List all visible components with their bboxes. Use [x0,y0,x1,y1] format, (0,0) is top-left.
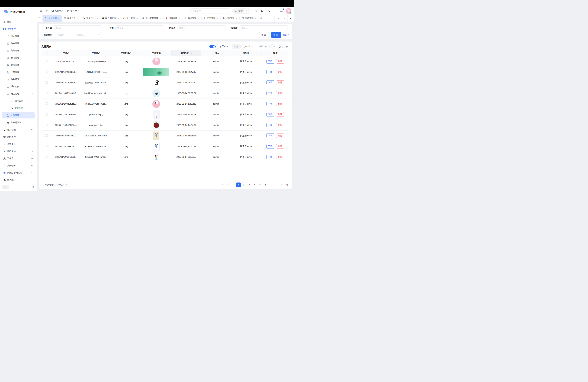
file-preview-image[interactable] [143,68,169,76]
global-search-button[interactable]: 搜索 ⌘ K [232,8,252,14]
sidebar-item[interactable]: 通知公告 [2,84,35,90]
column-header[interactable]: 服务商 [231,50,261,56]
brand-header[interactable]: Plus Admin [0,7,37,17]
refresh-page-button[interactable] [45,9,49,13]
file-preview-image[interactable] [153,131,159,140]
toggle-sidebar-button[interactable] [39,9,43,13]
tab[interactable]: 文件管理 × [43,15,62,21]
table-config-toggle[interactable] [210,45,216,48]
delete-button[interactable]: 删除 [276,59,284,64]
language-switch-button[interactable] [267,9,271,13]
sidebar-item[interactable]: 流程发起 [2,148,35,154]
download-button[interactable]: 下载 [266,59,274,64]
row-checkbox[interactable] [45,103,48,105]
delete-button[interactable]: 删除 [276,80,284,85]
tab[interactable]: 登录日志 × [81,15,100,21]
sidebar-item[interactable]: 租户管理 [2,127,35,133]
download-button[interactable]: 下载 [266,112,274,117]
filter-field-input[interactable] [177,25,226,31]
last-page-button[interactable]: »| [285,183,289,187]
pin-sidebar-button[interactable] [32,186,34,188]
filter-field-input[interactable] [239,25,288,31]
content-fullscreen-button[interactable] [288,15,294,21]
collapse-filter-link[interactable]: 收起 [283,34,289,36]
close-tab-icon[interactable]: × [160,17,161,20]
close-tab-icon[interactable]: × [77,17,79,20]
toolbar-button[interactable]: 删除 [232,44,241,49]
sidebar-item[interactable]: 客户端管理 [2,119,35,126]
sidebar-item[interactable]: 微信群 [2,177,35,183]
download-button[interactable]: 下载 [266,70,274,74]
column-header[interactable]: 文件原名 [81,50,111,56]
tab[interactable]: 租户套餐管理 × [140,15,163,21]
download-button[interactable]: 下载 [266,133,274,138]
notifications-button[interactable] [279,9,283,13]
file-preview-image[interactable] [153,142,160,151]
file-preview-image[interactable] [153,110,160,119]
sidebar-item[interactable]: 字典管理 [2,69,35,75]
tab[interactable]: 客户端管理 × [100,15,121,21]
toolbar-button[interactable]: 配置管理 [217,44,230,49]
column-settings-button[interactable] [284,44,289,49]
sort-icon[interactable] [190,53,192,55]
sidebar-item[interactable]: 系统工具 [2,141,35,147]
delete-button[interactable]: 删除 [276,91,284,95]
settings-gear-button[interactable] [254,9,258,13]
row-checkbox[interactable] [45,113,48,116]
sidebar-item[interactable]: 岗位管理 [2,62,35,68]
file-preview-image[interactable] [152,58,160,65]
file-preview-image[interactable]: 3 [152,78,160,87]
scroll-tabs-right-button[interactable] [274,15,281,21]
column-header[interactable]: 文件预览 [141,50,171,56]
tab[interactable]: 租户管理 × [121,15,140,21]
user-avatar[interactable] [286,8,291,14]
download-button[interactable]: 下载 [266,102,274,106]
page-size-select[interactable]: 10条/页 [56,182,69,187]
sidebar-item[interactable]: 概览 [2,19,35,25]
column-header[interactable]: 文件名 [51,50,81,56]
page-number-button[interactable]: 4 [252,183,257,187]
jump-forward-button[interactable]: » [279,183,284,187]
sidebar-item[interactable]: 角色管理 [2,40,35,46]
download-button[interactable]: 下载 [266,123,274,127]
row-checkbox[interactable] [45,92,48,94]
search-button[interactable]: 搜索 [271,32,281,38]
page-number-button[interactable]: 3 [247,183,252,187]
row-checkbox[interactable] [45,71,48,73]
select-all-checkbox[interactable] [45,52,48,54]
fullscreen-button[interactable] [273,9,277,13]
row-checkbox[interactable] [45,145,48,147]
delete-button[interactable]: 删除 [276,102,284,106]
sidebar-item[interactable]: 系统管理 [2,26,35,32]
delete-button[interactable]: 删除 [276,70,284,74]
sidebar-item[interactable]: 系统监控 [2,134,35,140]
column-header[interactable]: 操作 [261,50,289,56]
filter-field-input[interactable] [54,25,102,31]
sidebar-item[interactable]: 文件管理 [2,112,35,118]
jump-back-button[interactable]: « [225,183,230,187]
row-checkbox[interactable] [45,134,48,137]
tab[interactable]: 岗位管理 × [220,15,239,21]
sidebar-item[interactable]: 我的任务 [2,163,35,169]
close-tab-icon[interactable]: × [217,17,218,20]
row-checkbox[interactable] [45,60,48,63]
sidebar-item[interactable]: 菜单管理 [2,47,35,54]
delete-button[interactable]: 删除 [276,133,284,138]
collapse-sidebar-button[interactable]: « [2,185,9,189]
file-preview-image[interactable] [153,121,160,129]
sidebar-item[interactable]: 操作日志 [2,98,35,104]
column-header[interactable]: 文件拓展名 [111,50,141,56]
delete-button[interactable]: 删除 [276,112,284,117]
sidebar-item[interactable]: 登录日志 [2,105,35,111]
toolbar-button[interactable]: 文件上传 [242,44,255,49]
table-fullscreen-button[interactable] [278,44,283,49]
sidebar-item[interactable]: 工作流 [2,155,35,162]
tab[interactable]: 缓存监控 × [163,15,182,21]
sidebar-item[interactable]: 部门管理 [2,55,35,61]
page-number-button[interactable]: 6 [263,183,268,187]
delete-button[interactable]: 删除 [276,155,284,159]
column-header[interactable]: 创建时间 [171,50,201,56]
refresh-table-button[interactable] [271,44,276,49]
sidebar-item[interactable]: 参数设置 [2,76,35,83]
next-page-button[interactable]: › [274,183,278,187]
